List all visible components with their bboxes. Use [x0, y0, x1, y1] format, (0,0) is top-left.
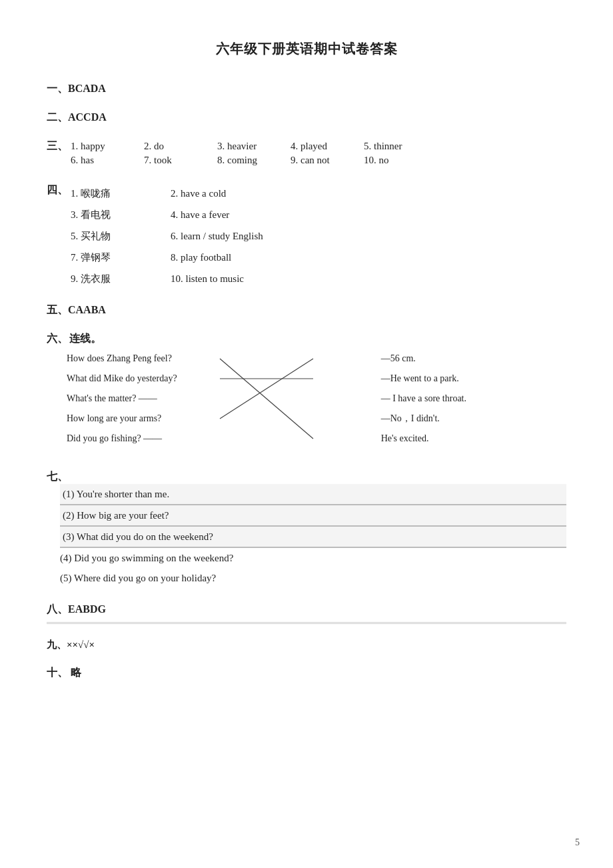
- si-item-2-chinese: 3. 看电视: [71, 205, 171, 225]
- qi-item-2: (2) How big are your feet?: [60, 505, 566, 527]
- section-er-label: 二、ACCDA: [47, 111, 566, 125]
- si-item-2-english: 4. have a fever: [171, 205, 263, 225]
- liu-connections-svg: [67, 349, 466, 455]
- qi-item-5-text: (5) Where did you go on your holiday?: [60, 573, 216, 583]
- qi-item-3: (3) What did you do on the weekend?: [60, 527, 566, 548]
- si-item-4-english: 8. play football: [171, 247, 263, 267]
- qi-items-container: (1) You're shorter than me. (2) How big …: [60, 484, 566, 588]
- section-liu-label: 六、: [47, 332, 68, 346]
- section-san-label: 三、: [47, 139, 68, 153]
- section-qi: 七、 (1) You're shorter than me. (2) How b…: [47, 470, 566, 588]
- qi-item-5: (5) Where did you go on your holiday?: [60, 568, 566, 588]
- si-item-3-english: 6. learn / study English: [171, 226, 263, 246]
- qi-item-3-text: (3) What did you do on the weekend?: [60, 527, 566, 548]
- san-row1: 1. happy 2. do 3. heavier 4. played 5. t…: [71, 141, 430, 152]
- ba-divider: [47, 622, 566, 624]
- san-item-6: 6. has: [71, 155, 137, 166]
- section-qi-label: 七、: [47, 470, 68, 484]
- san-item-10: 10. no: [364, 155, 430, 166]
- si-item-4-chinese: 7. 弹钢琴: [71, 247, 171, 267]
- page-title: 六年级下册英语期中试卷答案: [47, 40, 566, 58]
- section-er: 二、ACCDA: [47, 111, 566, 125]
- liu-diagram: How does Zhang Peng feel? What did Mike …: [67, 349, 466, 455]
- si-item-1-english: 2. have a cold: [171, 183, 263, 203]
- qi-item-1: (1) You're shorter than me.: [60, 484, 566, 505]
- san-item-9: 9. can not: [291, 155, 357, 166]
- section-yi-label: 一、BCADA: [47, 82, 566, 96]
- qi-item-1-text: (1) You're shorter than me.: [60, 484, 566, 505]
- section-jiu-label: 九、××√√×: [47, 639, 566, 651]
- si-item-5-chinese: 9. 洗衣服: [71, 269, 171, 289]
- san-item-5: 5. thinner: [364, 141, 430, 152]
- section-ba: 八、EABDG: [47, 603, 566, 624]
- section-si: 四、 1. 喉咙痛 2. have a cold 3. 看电视 4. have …: [47, 183, 566, 289]
- qi-item-4: (4) Did you go swimming on the weekend?: [60, 548, 566, 568]
- si-item-1-chinese: 1. 喉咙痛: [71, 183, 171, 203]
- section-liu: 六、 连线。 How does Zhang Peng feel? What di…: [47, 332, 566, 455]
- liu-diagram-container: How does Zhang Peng feel? What did Mike …: [67, 349, 566, 455]
- section-yi: 一、BCADA: [47, 82, 566, 96]
- section-san: 三、 1. happy 2. do 3. heavier 4. played 5…: [47, 139, 566, 169]
- san-item-8: 8. coming: [217, 155, 284, 166]
- section-wu-label: 五、CAABA: [47, 303, 566, 317]
- svg-line-2: [220, 359, 313, 419]
- si-item-3-chinese: 5. 买礼物: [71, 226, 171, 246]
- section-liu-description: 连线。: [69, 332, 101, 346]
- section-shi-label: 十、 略: [47, 666, 566, 680]
- san-item-7: 7. took: [144, 155, 211, 166]
- san-item-4: 4. played: [291, 141, 357, 152]
- page-number: 5: [575, 837, 580, 848]
- san-item-1: 1. happy: [71, 141, 137, 152]
- san-row2: 6. has 7. took 8. coming 9. can not 10. …: [71, 155, 430, 166]
- section-shi: 十、 略: [47, 666, 566, 680]
- svg-line-0: [220, 359, 313, 439]
- section-si-label: 四、: [47, 183, 68, 197]
- san-item-2: 2. do: [144, 141, 211, 152]
- section-ba-label: 八、EABDG: [47, 603, 566, 617]
- section-jiu: 九、××√√×: [47, 639, 566, 651]
- qi-item-4-text: (4) Did you go swimming on the weekend?: [60, 553, 233, 563]
- qi-item-2-text: (2) How big are your feet?: [60, 505, 566, 527]
- san-item-3: 3. heavier: [217, 141, 284, 152]
- si-item-5-english: 10. listen to music: [171, 269, 263, 289]
- section-wu: 五、CAABA: [47, 303, 566, 317]
